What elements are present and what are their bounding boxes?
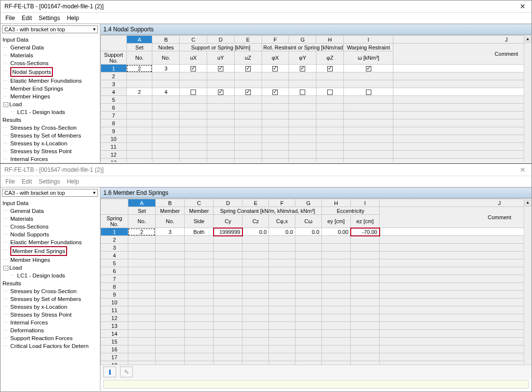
cell-empty[interactable]: [155, 259, 184, 267]
member-end-springs-table[interactable]: A B C D E F G H I J Set: [100, 199, 532, 365]
cell-empty[interactable]: [128, 353, 155, 361]
cell-empty[interactable]: [351, 306, 380, 314]
cell-empty[interactable]: [393, 151, 532, 159]
cell-cphix[interactable]: 0.0: [269, 228, 295, 236]
cell-empty[interactable]: [126, 159, 152, 162]
tree-member-end-springs[interactable]: Member End Springs: [2, 246, 100, 256]
menu-help[interactable]: Help: [67, 15, 79, 22]
cell-empty[interactable]: [262, 143, 289, 151]
cell-empty[interactable]: [128, 283, 155, 291]
cell-empty[interactable]: [242, 291, 269, 299]
tree-stresses-set[interactable]: Stresses by Set of Members: [2, 132, 100, 139]
cell-empty[interactable]: [128, 236, 155, 244]
cell-comment[interactable]: [380, 228, 532, 236]
cell-empty[interactable]: [126, 72, 152, 80]
cell-empty[interactable]: [214, 244, 242, 252]
cell-empty[interactable]: [155, 244, 184, 252]
cell-empty[interactable]: [289, 143, 316, 151]
table-row[interactable]: 2: [101, 236, 532, 244]
cell-empty[interactable]: [380, 236, 532, 244]
checkbox[interactable]: [366, 90, 371, 95]
tree-cross-sections[interactable]: Cross-Sections: [2, 223, 100, 231]
cell-empty[interactable]: [380, 283, 532, 291]
col-b[interactable]: B: [152, 36, 180, 44]
table-row[interactable]: 3: [101, 244, 532, 252]
cell-empty[interactable]: [321, 353, 350, 361]
table-row[interactable]: 7: [101, 112, 532, 119]
tree-elastic-foundations[interactable]: Elastic Member Foundations: [2, 238, 100, 246]
row-header[interactable]: 6: [101, 104, 127, 112]
cell-empty[interactable]: [321, 259, 350, 267]
cell-empty[interactable]: [343, 135, 393, 143]
checkbox[interactable]: [300, 90, 305, 95]
checkbox[interactable]: [245, 90, 251, 95]
cell-empty[interactable]: [155, 361, 184, 365]
cell-empty[interactable]: [295, 252, 322, 259]
table-row[interactable]: 123Both19999990.00.00.00.00-70.00: [101, 228, 532, 236]
table-row[interactable]: 6: [101, 104, 532, 112]
table-row[interactable]: 123: [101, 65, 532, 72]
cell-empty[interactable]: [321, 306, 350, 314]
cell-empty[interactable]: [380, 330, 532, 338]
tree-materials[interactable]: Materials: [2, 215, 100, 223]
cell-cw[interactable]: 0.0: [295, 228, 322, 236]
cell-empty[interactable]: [242, 361, 269, 365]
cell-empty[interactable]: [207, 119, 235, 127]
cell-empty[interactable]: [185, 322, 214, 330]
cell-uz[interactable]: [234, 65, 262, 72]
cell-empty[interactable]: [242, 346, 269, 353]
cell-empty[interactable]: [380, 353, 532, 361]
table-row[interactable]: 13: [101, 159, 532, 162]
cell-empty[interactable]: [289, 112, 316, 119]
cell-empty[interactable]: [262, 159, 289, 162]
cell-empty[interactable]: [126, 127, 152, 135]
menu-settings[interactable]: Settings: [39, 178, 60, 185]
checkbox[interactable]: [327, 66, 333, 71]
cell-empty[interactable]: [269, 361, 295, 365]
scroll-up-icon[interactable]: ▴: [524, 35, 532, 43]
cell-empty[interactable]: [380, 314, 532, 322]
row-header[interactable]: 5: [101, 259, 128, 267]
cell-empty[interactable]: [393, 112, 532, 119]
cell-empty[interactable]: [269, 244, 295, 252]
cell-empty[interactable]: [155, 353, 184, 361]
cell-empty[interactable]: [269, 259, 295, 267]
cell-empty[interactable]: [380, 275, 532, 283]
col-j[interactable]: J: [393, 36, 532, 44]
cell-empty[interactable]: [155, 322, 184, 330]
cell-nodes[interactable]: 3: [152, 65, 180, 72]
tree-stresses-sp[interactable]: Stresses by Stress Point: [2, 311, 100, 319]
cell-empty[interactable]: [214, 275, 242, 283]
cell-empty[interactable]: [126, 80, 152, 88]
cell-empty[interactable]: [242, 252, 269, 259]
table-row[interactable]: 2: [101, 72, 532, 80]
cell-empty[interactable]: [207, 104, 235, 112]
cell-ux[interactable]: [180, 88, 207, 96]
cell-empty[interactable]: [128, 361, 155, 365]
tree-general-data[interactable]: General Data: [2, 44, 100, 51]
cell-empty[interactable]: [295, 346, 322, 353]
cell-empty[interactable]: [380, 244, 532, 252]
table-row[interactable]: 15: [101, 338, 532, 346]
cell-empty[interactable]: [321, 244, 350, 252]
cell-empty[interactable]: [207, 143, 235, 151]
tree-load[interactable]: -Load: [2, 100, 100, 108]
cell-cz[interactable]: 0.0: [242, 228, 269, 236]
tree-support-reaction[interactable]: Support Reaction Forces: [2, 334, 100, 342]
cell-empty[interactable]: [214, 330, 242, 338]
cell-empty[interactable]: [262, 104, 289, 112]
cell-empty[interactable]: [234, 72, 262, 80]
cell-empty[interactable]: [269, 236, 295, 244]
cell-empty[interactable]: [214, 236, 242, 244]
row-header[interactable]: 2: [101, 72, 127, 80]
cell-empty[interactable]: [380, 252, 532, 259]
cell-empty[interactable]: [316, 72, 344, 80]
table-row[interactable]: 3: [101, 80, 532, 88]
cell-empty[interactable]: [321, 299, 350, 306]
table-row[interactable]: 17: [101, 353, 532, 361]
cell-empty[interactable]: [351, 283, 380, 291]
table-row[interactable]: 10: [101, 135, 532, 143]
col-j[interactable]: J: [380, 199, 532, 207]
cell-empty[interactable]: [380, 259, 532, 267]
cell-nodes[interactable]: 4: [152, 88, 180, 96]
